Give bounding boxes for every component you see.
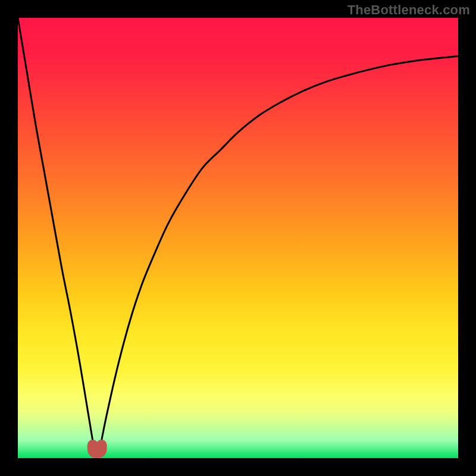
bottleneck-curve-line: [18, 18, 458, 456]
chart-frame: TheBottleneck.com: [0, 0, 476, 476]
optimal-region-marker: [93, 445, 102, 453]
watermark-text: TheBottleneck.com: [347, 2, 470, 18]
curve-layer: [18, 18, 458, 458]
plot-area: [18, 18, 458, 458]
